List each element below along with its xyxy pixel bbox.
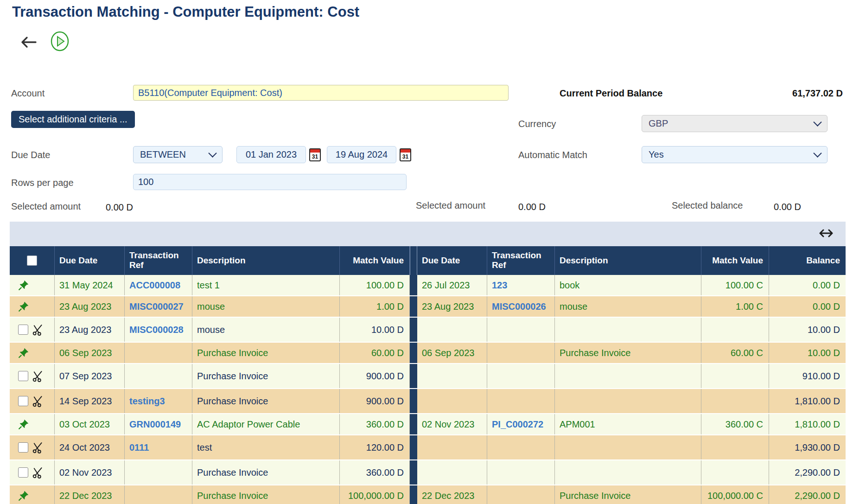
scissors-icon[interactable] xyxy=(32,370,44,382)
transaction-ref-link[interactable]: MISC000026 xyxy=(487,296,555,317)
due-date-cell: 14 Sep 2023 xyxy=(55,389,125,413)
transaction-ref-link xyxy=(487,364,555,388)
chevron-down-icon xyxy=(813,149,821,157)
calendar-icon: 31 xyxy=(309,148,321,161)
row-select-cell xyxy=(10,414,55,434)
table-split-divider xyxy=(410,275,417,295)
column-header-description-right: Description xyxy=(555,246,701,275)
due-date-label: Due Date xyxy=(11,150,51,160)
transaction-ref-link[interactable]: testing3 xyxy=(125,389,192,413)
currency-select-value: GBP xyxy=(649,118,668,129)
row-checkbox[interactable] xyxy=(18,467,28,478)
table-row: 14 Sep 2023testing3Purchase Invoice900.0… xyxy=(10,389,846,414)
row-checkbox[interactable] xyxy=(18,371,28,381)
description-cell: mouse xyxy=(192,296,340,317)
pushpin-icon[interactable] xyxy=(18,301,29,312)
balance-cell: 1,810.00 D xyxy=(769,389,846,413)
row-checkbox[interactable] xyxy=(18,442,28,453)
rows-per-page-input[interactable] xyxy=(133,174,407,190)
column-header-transaction-ref-right: Transaction Ref xyxy=(487,246,555,275)
table-split-divider xyxy=(410,389,417,413)
transaction-ref-link[interactable]: GRN000149 xyxy=(125,414,192,434)
due-date-cell: 02 Nov 2023 xyxy=(55,460,125,485)
due-date-to-calendar-button[interactable]: 31 xyxy=(400,148,412,162)
table-split-divider xyxy=(410,246,417,275)
row-checkbox[interactable] xyxy=(18,396,28,406)
balance-cell: 2,290.00 D xyxy=(769,460,846,485)
due-date-cell: 31 May 2024 xyxy=(55,275,125,295)
due-date-operator-select[interactable]: BETWEEN xyxy=(133,146,223,163)
scissors-icon[interactable] xyxy=(32,466,44,478)
pushpin-icon[interactable] xyxy=(18,348,29,358)
select-all-checkbox[interactable] xyxy=(27,255,37,266)
due-date-from-field[interactable]: 01 Jan 2023 xyxy=(236,146,306,163)
row-select-cell xyxy=(10,435,55,459)
scissors-icon[interactable] xyxy=(32,395,44,407)
column-header-due-date-left: Due Date xyxy=(55,246,125,275)
table-row: 23 Aug 2023MISC000028mouse10.00 D10.00 D xyxy=(10,318,846,343)
match-value-cell: 1.00 D xyxy=(340,296,410,317)
transaction-ref-link[interactable]: MISC000028 xyxy=(125,318,192,342)
transaction-ref-link xyxy=(487,318,555,342)
currency-select[interactable]: GBP xyxy=(642,115,828,132)
balance-cell: 2,290.00 D xyxy=(769,485,846,504)
scissors-icon[interactable] xyxy=(32,324,44,336)
due-date-to-field[interactable]: 19 Aug 2024 xyxy=(327,146,396,163)
resize-columns-button[interactable] xyxy=(818,226,834,241)
transaction-ref-link[interactable]: PI_C000272 xyxy=(487,414,555,434)
column-header-description-left: Description xyxy=(192,246,340,275)
scissors-icon[interactable] xyxy=(32,441,44,453)
account-field[interactable] xyxy=(133,85,509,101)
automatic-match-value: Yes xyxy=(649,149,664,160)
description-cell xyxy=(555,460,701,485)
calendar-icon: 31 xyxy=(400,148,411,161)
run-match-button[interactable] xyxy=(49,31,70,52)
selected-amount-right-value: 0.00 D xyxy=(518,202,546,212)
transaction-ref-link[interactable]: 123 xyxy=(487,275,555,295)
row-select-cell xyxy=(10,318,55,342)
due-date-cell: 22 Dec 2023 xyxy=(417,485,487,504)
table-split-divider xyxy=(410,318,417,342)
balance-cell: 1,930.00 D xyxy=(769,435,846,459)
description-cell xyxy=(555,435,701,459)
match-value-cell xyxy=(701,460,769,485)
table-row: 24 Oct 20230111test120.00 D1,930.00 D xyxy=(10,435,846,460)
back-button[interactable] xyxy=(19,33,39,52)
match-value-cell xyxy=(701,389,769,413)
match-value-cell: 100.00 C xyxy=(701,275,769,295)
table-split-divider xyxy=(410,343,417,363)
due-date-cell: 07 Sep 2023 xyxy=(55,364,125,388)
match-value-cell: 120.00 D xyxy=(340,435,410,459)
pushpin-icon[interactable] xyxy=(18,419,29,430)
column-header-transaction-ref-left: Transaction Ref xyxy=(125,246,192,275)
description-cell xyxy=(555,364,701,388)
description-cell: Purchase Invoice xyxy=(192,389,340,413)
table-row: 22 Dec 2023Purchase Invoice100,000.00 D2… xyxy=(10,485,846,504)
select-additional-criteria-button[interactable]: Select additional criteria ... xyxy=(11,111,135,128)
description-cell: Purchase Invoice xyxy=(192,364,340,388)
due-date-cell xyxy=(417,389,487,413)
transaction-ref-link[interactable]: MISC000027 xyxy=(125,296,192,317)
match-value-cell xyxy=(701,318,769,342)
transaction-ref-link[interactable]: 0111 xyxy=(125,435,192,459)
automatic-match-select[interactable]: Yes xyxy=(642,146,828,163)
match-value-cell xyxy=(701,364,769,388)
transaction-ref-link[interactable]: ACC000008 xyxy=(125,275,192,295)
balance-cell: 910.00 D xyxy=(769,364,846,388)
pushpin-icon[interactable] xyxy=(18,491,29,501)
due-date-cell xyxy=(417,435,487,459)
back-arrow-icon xyxy=(19,45,38,52)
column-header-match-value-left: Match Value xyxy=(340,246,410,275)
transaction-ref-link xyxy=(125,364,192,388)
row-checkbox[interactable] xyxy=(18,325,28,335)
table-header-row: Due Date Transaction Ref Description Mat… xyxy=(10,246,846,275)
due-date-from-calendar-button[interactable]: 31 xyxy=(309,148,322,162)
transaction-ref-link xyxy=(487,389,555,413)
table-toolbar xyxy=(10,222,846,246)
balance-cell: 10.00 D xyxy=(769,343,846,363)
due-date-cell: 23 Aug 2023 xyxy=(417,296,487,317)
description-cell: book xyxy=(555,275,701,295)
pushpin-icon[interactable] xyxy=(18,280,29,291)
balance-cell: 1,810.00 D xyxy=(769,414,846,434)
row-select-cell xyxy=(10,343,55,363)
